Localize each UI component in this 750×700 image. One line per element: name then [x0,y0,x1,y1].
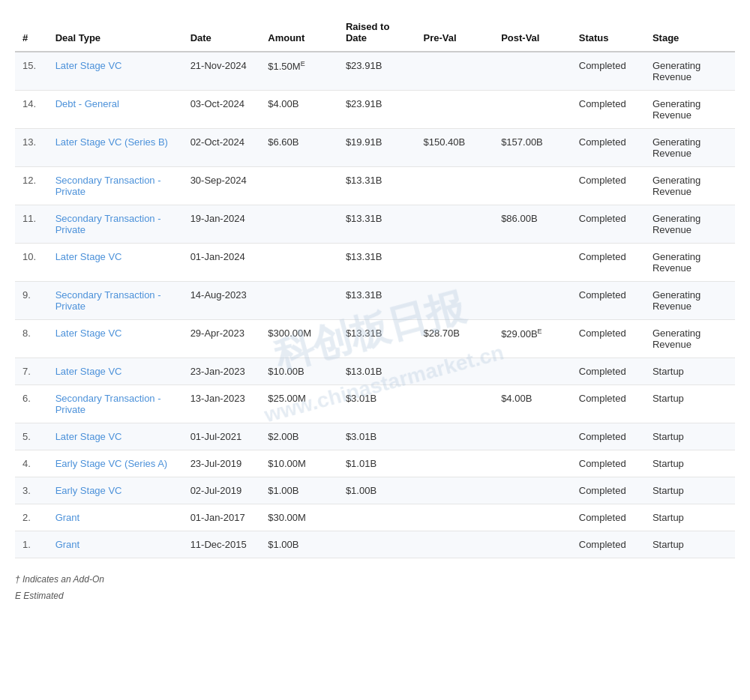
cell-preval [416,477,494,504]
cell-date: 03-Oct-2024 [183,91,261,129]
col-header-amount: Amount [260,15,338,52]
cell-postval [494,358,572,385]
deal-type-link[interactable]: Later Stage VC [56,60,122,71]
cell-date: 14-Aug-2023 [183,282,261,320]
cell-amount [260,205,338,244]
cell-raised-to-date: $13.31B [338,167,416,205]
cell-status: Completed [572,385,645,423]
table-row: 6.Secondary Transaction - Private13-Jan-… [15,385,735,423]
cell-postval: $157.00B [494,129,572,167]
table-row: 3.Early Stage VC02-Jul-2019$1.00B$1.00BC… [15,477,735,504]
cell-stage: Startup [645,450,735,477]
cell-deal-type[interactable]: Later Stage VC [48,358,183,385]
deal-type-link[interactable]: Secondary Transaction - Private [56,393,161,415]
cell-status: Completed [572,423,645,450]
cell-raised-to-date: $23.91B [338,91,416,129]
cell-amount: $1.00B [260,477,338,504]
cell-amount: $1.50ME [260,52,338,91]
cell-amount: $6.60B [260,129,338,167]
cell-deal-type[interactable]: Grant [48,531,183,558]
cell-postval: $4.00B [494,385,572,423]
cell-status: Completed [572,129,645,167]
cell-amount [260,244,338,282]
cell-num: 5. [15,423,48,450]
cell-deal-type[interactable]: Early Stage VC (Series A) [48,450,183,477]
table-row: 14.Debt - General03-Oct-2024$4.00B$23.91… [15,91,735,129]
cell-status: Completed [572,531,645,558]
table-row: 8.Later Stage VC29-Apr-2023$300.00M$13.3… [15,320,735,358]
cell-deal-type[interactable]: Later Stage VC [48,320,183,358]
cell-stage: Startup [645,358,735,385]
deal-type-link[interactable]: Later Stage VC [56,251,122,262]
table-row: 4.Early Stage VC (Series A)23-Jul-2019$1… [15,450,735,477]
cell-preval [416,244,494,282]
table-row: 10.Later Stage VC01-Jan-2024$13.31BCompl… [15,244,735,282]
cell-deal-type[interactable]: Early Stage VC [48,477,183,504]
cell-raised-to-date: $1.00B [338,477,416,504]
cell-date: 02-Jul-2019 [183,477,261,504]
cell-date: 02-Oct-2024 [183,129,261,167]
deal-type-link[interactable]: Secondary Transaction - Private [56,175,161,197]
cell-num: 2. [15,504,48,531]
cell-status: Completed [572,282,645,320]
cell-deal-type[interactable]: Grant [48,504,183,531]
cell-preval [416,450,494,477]
cell-postval [494,167,572,205]
cell-deal-type[interactable]: Later Stage VC [48,244,183,282]
cell-amount [260,282,338,320]
cell-deal-type[interactable]: Secondary Transaction - Private [48,385,183,423]
cell-stage: Startup [645,477,735,504]
cell-stage: Generating Revenue [645,167,735,205]
cell-raised-to-date: $13.31B [338,282,416,320]
cell-raised-to-date [338,504,416,531]
cell-status: Completed [572,358,645,385]
deal-type-link[interactable]: Later Stage VC [56,431,122,442]
cell-stage: Startup [645,423,735,450]
deal-type-link[interactable]: Early Stage VC (Series A) [56,458,168,469]
cell-stage: Generating Revenue [645,52,735,91]
cell-stage: Generating Revenue [645,244,735,282]
cell-num: 6. [15,385,48,423]
cell-date: 29-Apr-2023 [183,320,261,358]
cell-raised-to-date: $13.31B [338,205,416,244]
cell-deal-type[interactable]: Secondary Transaction - Private [48,282,183,320]
cell-preval [416,358,494,385]
deal-type-link[interactable]: Later Stage VC (Series B) [56,136,168,148]
deal-type-link[interactable]: Later Stage VC [56,328,122,339]
cell-deal-type[interactable]: Later Stage VC [48,52,183,91]
cell-stage: Generating Revenue [645,282,735,320]
cell-deal-type[interactable]: Later Stage VC (Series B) [48,129,183,167]
cell-preval [416,282,494,320]
cell-raised-to-date: $13.01B [338,358,416,385]
col-header-date: Date [183,15,261,52]
cell-num: 4. [15,450,48,477]
deal-type-link[interactable]: Grant [56,539,80,550]
cell-postval: $86.00B [494,205,572,244]
cell-deal-type[interactable]: Secondary Transaction - Private [48,205,183,244]
cell-postval [494,91,572,129]
cell-date: 30-Sep-2024 [183,167,261,205]
deal-type-link[interactable]: Debt - General [56,98,119,109]
table-row: 11.Secondary Transaction - Private19-Jan… [15,205,735,244]
table-row: 2.Grant01-Jan-2017$30.00MCompletedStartu… [15,504,735,531]
cell-date: 11-Dec-2015 [183,531,261,558]
cell-deal-type[interactable]: Secondary Transaction - Private [48,167,183,205]
cell-date: 23-Jul-2019 [183,450,261,477]
deal-type-link[interactable]: Later Stage VC [56,366,122,377]
cell-preval [416,504,494,531]
footnote-estimated: E Estimated [15,588,735,605]
deal-type-link[interactable]: Early Stage VC [56,485,122,496]
deal-type-link[interactable]: Grant [56,512,80,523]
cell-stage: Generating Revenue [645,129,735,167]
cell-preval [416,52,494,91]
col-header-postval: Post-Val [494,15,572,52]
deal-type-link[interactable]: Secondary Transaction - Private [56,213,161,235]
table-row: 7.Later Stage VC23-Jan-2023$10.00B$13.01… [15,358,735,385]
cell-deal-type[interactable]: Debt - General [48,91,183,129]
cell-num: 15. [15,52,48,91]
cell-deal-type[interactable]: Later Stage VC [48,423,183,450]
cell-amount: $25.00M [260,385,338,423]
cell-status: Completed [572,477,645,504]
deals-table: # Deal Type Date Amount Raised to Date P… [15,15,735,558]
deal-type-link[interactable]: Secondary Transaction - Private [56,289,161,312]
